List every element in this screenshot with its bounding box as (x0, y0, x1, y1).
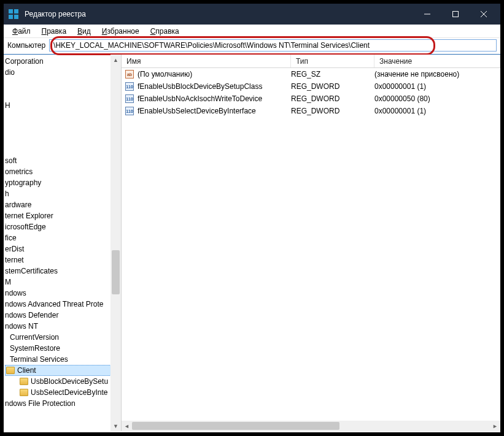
scroll-down-button[interactable]: ▼ (110, 421, 121, 431)
tree-item[interactable] (5, 111, 121, 122)
maximize-button[interactable] (441, 4, 470, 25)
tree-item-label: ndows Defender (5, 310, 58, 321)
folder-icon (6, 367, 15, 374)
tree-item[interactable]: soft (5, 155, 121, 166)
tree-item-label: yptography (5, 177, 41, 188)
value-data: (значение не присвоено) (374, 70, 500, 78)
tree-item-label (5, 122, 7, 133)
tree-item-label: Terminal Services (10, 354, 68, 365)
scroll-right-button[interactable]: ► (490, 421, 500, 431)
tree-item-label (5, 133, 7, 144)
scroll-up-button[interactable]: ▲ (110, 55, 121, 65)
tree-item[interactable]: ternet (5, 254, 121, 266)
tree-item-label: SystemRestore (10, 343, 60, 354)
tree-item[interactable]: CurrentVersion (5, 332, 121, 343)
close-button[interactable] (470, 4, 498, 25)
tree-item[interactable]: Corporation (5, 56, 121, 67)
tree-item[interactable]: dio (5, 67, 121, 78)
tree-item[interactable]: fice (5, 232, 121, 243)
scroll-left-button[interactable]: ◄ (122, 421, 132, 431)
tree-item[interactable] (5, 122, 121, 133)
tree-item[interactable] (5, 89, 121, 100)
tree-item[interactable]: ndows NT (5, 321, 121, 332)
tree-item-label (5, 78, 7, 89)
menu-file[interactable]: Файл (7, 26, 36, 37)
tree-item[interactable]: ometrics (5, 166, 121, 177)
tree-item[interactable]: ndows (5, 288, 121, 299)
tree-item[interactable]: SystemRestore (5, 343, 121, 354)
tree-item[interactable]: Client (5, 365, 121, 376)
tree-item[interactable]: M (5, 277, 121, 288)
listview-row[interactable]: 110fEnableUsbNoAckIsochWriteToDeviceREG_… (122, 93, 500, 105)
tree-item[interactable]: h (5, 188, 121, 199)
tree-item[interactable]: erDist (5, 243, 121, 254)
value-data: 0x00000001 (1) (374, 82, 500, 91)
string-value-icon: ab (125, 70, 134, 78)
tree-item-label (5, 144, 7, 155)
value-type: REG_DWORD (291, 107, 374, 115)
menu-view[interactable]: Вид (72, 26, 96, 37)
tree-item-label: stemCertificates (5, 266, 58, 277)
tree-item[interactable]: ndows Defender (5, 310, 121, 321)
tree-item-label: ndows (5, 288, 26, 299)
value-name: (По умолчанию) (138, 70, 192, 78)
tree-item-label: UsbSelectDeviceByInte (31, 387, 107, 398)
value-name: fEnableUsbSelectDeviceByInterface (138, 107, 256, 115)
listview-row[interactable]: 110fEnableUsbSelectDeviceByInterfaceREG_… (122, 105, 500, 117)
dword-value-icon: 110 (125, 94, 134, 103)
tree-item-label: dio (5, 67, 15, 78)
tree-item[interactable]: ndows Advanced Threat Prote (5, 299, 121, 310)
tree-item[interactable]: yptography (5, 177, 121, 188)
tree-item-label (5, 89, 7, 100)
tree-item[interactable]: ardware (5, 199, 121, 210)
scroll-thumb[interactable] (132, 422, 339, 430)
tree-item-label: erDist (5, 243, 24, 254)
column-name[interactable]: Имя (122, 55, 291, 67)
tree-item[interactable]: Terminal Services (5, 354, 121, 365)
tree-item[interactable]: icrosoftEdge (5, 221, 121, 232)
minimize-button[interactable] (413, 4, 441, 25)
tree-panel[interactable]: Corporationdio H softometricsyptographyh… (4, 55, 122, 431)
app-icon (9, 9, 18, 19)
listview-header[interactable]: Имя Тип Значение (122, 55, 500, 68)
column-value[interactable]: Значение (374, 55, 500, 67)
dword-value-icon: 110 (125, 107, 134, 115)
tree-item-label: fice (5, 232, 17, 243)
scroll-thumb[interactable] (112, 250, 120, 294)
horizontal-scrollbar[interactable]: ◄ ► (122, 421, 500, 431)
tree-item-label: ndows Advanced Threat Prote (5, 299, 104, 310)
listview-panel[interactable]: Имя Тип Значение ab(По умолчанию)REG_SZ(… (122, 55, 500, 431)
tree-item[interactable]: stemCertificates (5, 266, 121, 277)
tree-item[interactable]: H (5, 100, 121, 111)
tree-item-label: ndows NT (5, 321, 38, 332)
tree-item[interactable]: ternet Explorer (5, 210, 121, 221)
value-name: fEnableUsbNoAckIsochWriteToDevice (138, 94, 262, 103)
tree-item[interactable]: UsbBlockDeviceBySetu (5, 376, 121, 387)
tree-item-label: CurrentVersion (10, 332, 59, 343)
tree-item[interactable]: UsbSelectDeviceByInte (5, 387, 121, 398)
titlebar[interactable]: Редактор реестра (4, 4, 500, 25)
folder-icon (20, 378, 28, 385)
value-name: fEnableUsbBlockDeviceBySetupClass (138, 82, 262, 91)
tree-item-label: Corporation (5, 56, 44, 67)
address-input[interactable] (49, 39, 497, 52)
tree-item[interactable]: ndows File Protection (5, 398, 121, 409)
tree-item-label: ardware (5, 199, 31, 210)
menu-favorites[interactable]: Избранное (97, 26, 144, 37)
tree-item-label: h (5, 188, 9, 199)
tree-item[interactable] (5, 133, 121, 144)
value-data: 0x00000001 (1) (374, 107, 500, 115)
menu-help[interactable]: Справка (145, 26, 184, 37)
tree-item-label: icrosoftEdge (5, 221, 46, 232)
tree-item[interactable] (5, 78, 121, 89)
tree-item[interactable] (5, 144, 121, 155)
vertical-scrollbar[interactable]: ▲▼ (110, 55, 121, 431)
column-type[interactable]: Тип (291, 55, 374, 67)
menu-edit[interactable]: Правка (37, 26, 72, 37)
listview-row[interactable]: 110fEnableUsbBlockDeviceBySetupClassREG_… (122, 80, 500, 93)
value-type: REG_DWORD (291, 94, 374, 103)
tree-item-label: UsbBlockDeviceBySetu (31, 376, 108, 387)
value-type: REG_DWORD (291, 82, 374, 91)
dword-value-icon: 110 (125, 82, 134, 91)
listview-row[interactable]: ab(По умолчанию)REG_SZ(значение не присв… (122, 68, 500, 80)
